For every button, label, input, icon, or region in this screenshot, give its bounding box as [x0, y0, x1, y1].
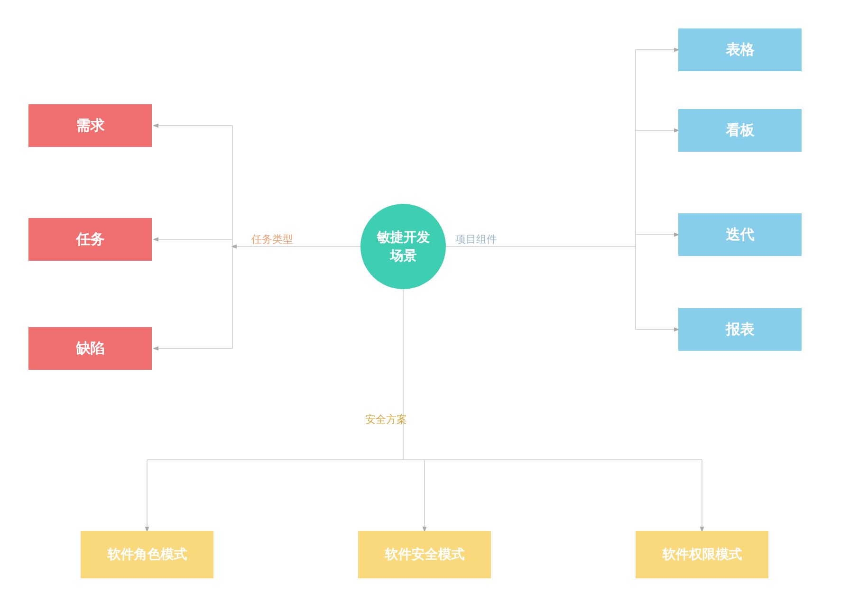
center-node: 敏捷开发 场景	[360, 204, 446, 289]
left-branch-label: 任务类型	[251, 232, 293, 247]
bottom-node-1-label: 软件角色模式	[107, 546, 187, 564]
left-node-2: 任务	[28, 218, 152, 261]
bottom-node-2-label: 软件安全模式	[385, 546, 464, 564]
bottom-node-3-label: 软件权限模式	[662, 546, 742, 564]
right-node-2: 看板	[678, 109, 802, 152]
right-node-1: 表格	[678, 28, 802, 71]
right-node-4-label: 报表	[726, 320, 754, 339]
bottom-node-2: 软件安全模式	[358, 531, 491, 578]
bottom-node-3: 软件权限模式	[636, 531, 768, 578]
right-node-4: 报表	[678, 308, 802, 351]
center-label: 敏捷开发 场景	[377, 228, 430, 265]
left-node-3: 缺陷	[28, 327, 152, 370]
right-branch-label: 项目组件	[455, 232, 497, 247]
right-node-3-label: 迭代	[726, 225, 754, 245]
right-node-1-label: 表格	[726, 40, 754, 60]
left-node-1-label: 需求	[76, 116, 104, 136]
connector-svg	[0, 0, 868, 612]
left-node-1: 需求	[28, 104, 152, 147]
diagram-container: 敏捷开发 场景 需求 任务 缺陷 表格 看板 迭代 报表 软件角色模式 软件安全…	[0, 0, 868, 612]
bottom-node-1: 软件角色模式	[81, 531, 213, 578]
left-node-3-label: 缺陷	[76, 339, 104, 358]
left-node-2-label: 任务	[76, 230, 104, 249]
right-node-3: 迭代	[678, 213, 802, 256]
right-node-2-label: 看板	[726, 121, 754, 140]
bottom-branch-label: 安全方案	[365, 412, 407, 427]
